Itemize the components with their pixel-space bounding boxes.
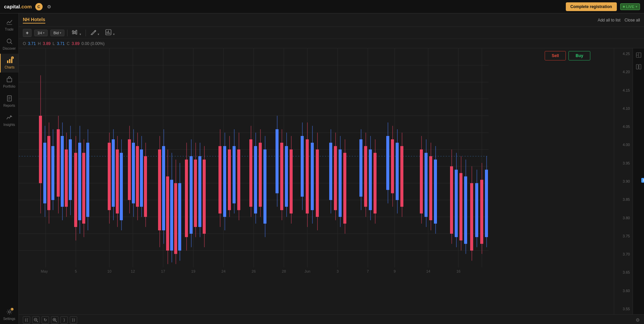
- svg-rect-126: [194, 159, 197, 227]
- svg-line-222: [56, 321, 57, 322]
- svg-line-18: [91, 34, 91, 35]
- svg-rect-188: [400, 146, 403, 207]
- svg-rect-108: [144, 156, 147, 217]
- topbar-right: Complete registration LIVE ▾: [566, 2, 640, 11]
- svg-rect-168: [334, 146, 337, 210]
- sidebar-item-trade[interactable]: Trade: [0, 15, 18, 35]
- sidebar-item-settings[interactable]: 1 Settings: [0, 305, 18, 324]
- panel-icon-1[interactable]: [635, 51, 643, 60]
- svg-rect-142: [249, 139, 252, 207]
- add-indicator-button[interactable]: +: [23, 29, 32, 37]
- chart-type-button[interactable]: ▾: [70, 29, 83, 37]
- sidebar-item-portfolio[interactable]: Portfolio: [0, 73, 18, 92]
- nav-first-button[interactable]: ⟨⟨: [23, 316, 30, 324]
- svg-rect-94: [112, 139, 115, 207]
- o-value: 3.71: [28, 41, 36, 46]
- sidebar-item-reports[interactable]: Reports: [0, 92, 18, 111]
- svg-rect-6: [7, 78, 12, 82]
- discover-label: Discover: [3, 47, 16, 50]
- chart-body: Sell Buy: [19, 48, 644, 314]
- charts-label: Charts: [5, 65, 14, 69]
- h-label: H: [38, 41, 41, 46]
- svg-rect-118: [174, 183, 177, 254]
- svg-rect-4: [9, 59, 10, 63]
- portfolio-icon: [6, 76, 13, 84]
- svg-rect-200: [455, 170, 458, 237]
- svg-rect-3: [7, 60, 8, 63]
- svg-rect-164: [316, 149, 319, 217]
- svg-point-12: [8, 311, 10, 313]
- svg-rect-146: [259, 143, 262, 207]
- timeframe-button[interactable]: 1H ▾: [34, 30, 48, 36]
- topbar-icon[interactable]: C: [35, 3, 43, 10]
- svg-text:3: 3: [337, 269, 339, 273]
- svg-rect-206: [470, 183, 473, 251]
- indicators-chevron-icon: ▾: [113, 33, 115, 36]
- live-badge: LIVE ▾: [620, 3, 640, 10]
- svg-rect-106: [140, 149, 143, 207]
- price-4-05: 4.05: [615, 125, 631, 129]
- buy-button[interactable]: Buy: [568, 51, 590, 60]
- trade-label: Trade: [5, 28, 14, 31]
- svg-rect-90: [86, 143, 89, 217]
- svg-rect-210: [480, 180, 483, 244]
- price-3-85: 3.85: [615, 197, 631, 201]
- sidebar-item-charts[interactable]: 1 Charts: [0, 54, 18, 73]
- svg-text:24: 24: [221, 269, 226, 273]
- indicators-button[interactable]: ▾: [104, 29, 116, 37]
- svg-rect-217: [639, 64, 641, 69]
- svg-rect-198: [450, 166, 453, 234]
- c-label: C: [67, 41, 70, 46]
- svg-rect-74: [51, 146, 54, 200]
- chart-settings-icon[interactable]: ⚙: [636, 317, 640, 323]
- price-3-65: 3.65: [615, 270, 631, 274]
- svg-rect-182: [386, 136, 389, 190]
- drawing-tool-button[interactable]: ▾: [89, 29, 101, 37]
- l-value: 3.71: [57, 41, 64, 46]
- o-label: O: [23, 41, 26, 46]
- close-all-button[interactable]: Close all: [625, 18, 640, 22]
- svg-rect-102: [132, 143, 135, 203]
- nav-zoom-out-button[interactable]: [32, 316, 40, 324]
- svg-rect-114: [166, 176, 169, 250]
- panel-icon-2[interactable]: [635, 63, 643, 72]
- nav-zoom-in-button[interactable]: [51, 316, 58, 324]
- svg-text:May: May: [41, 269, 48, 273]
- settings-icon[interactable]: ⚙: [46, 3, 53, 10]
- svg-rect-176: [364, 146, 367, 207]
- sell-buy-container: Sell Buy: [545, 51, 590, 60]
- nav-last-button[interactable]: ⟩⟩: [70, 316, 77, 324]
- register-button[interactable]: Complete registration: [566, 2, 617, 11]
- current-price-badge: 3.89: [641, 178, 644, 183]
- sell-button[interactable]: Sell: [545, 51, 566, 60]
- svg-rect-14: [74, 31, 75, 34]
- chart-area: NH Hotels Add all to list Close all + 1H…: [19, 13, 644, 324]
- sidebar-item-insights[interactable]: Insights: [0, 111, 18, 130]
- nav-refresh-button[interactable]: ↻: [42, 316, 49, 324]
- svg-rect-13: [72, 31, 73, 34]
- sidebar-item-discover[interactable]: Discover: [0, 35, 18, 54]
- price-3-70: 3.70: [615, 252, 631, 256]
- chart-title: NH Hotels: [23, 17, 45, 24]
- nav-next-button[interactable]: ⟩: [60, 316, 68, 324]
- logo-tld: .com: [20, 4, 32, 9]
- svg-text:9: 9: [394, 269, 396, 273]
- chart-canvas[interactable]: Sell Buy: [19, 48, 614, 314]
- add-all-button[interactable]: Add all to list: [598, 18, 621, 22]
- toolbar-separator-1: [67, 30, 67, 36]
- svg-rect-96: [116, 149, 119, 214]
- svg-rect-124: [190, 156, 193, 234]
- topbar-left: capital.com C ⚙: [4, 3, 53, 10]
- svg-rect-82: [69, 139, 72, 200]
- svg-rect-150: [276, 129, 279, 193]
- h-value: 3.89: [43, 41, 50, 46]
- c-value: 3.89: [71, 41, 79, 46]
- svg-rect-166: [329, 143, 332, 200]
- svg-rect-158: [301, 136, 304, 197]
- svg-rect-68: [39, 116, 42, 183]
- sidebar-bottom: 1 Settings: [0, 305, 18, 324]
- price-type-button[interactable]: Bid ▾: [50, 30, 64, 36]
- charts-badge: 1: [11, 56, 14, 59]
- svg-rect-154: [285, 146, 288, 207]
- settings-label: Settings: [3, 317, 15, 321]
